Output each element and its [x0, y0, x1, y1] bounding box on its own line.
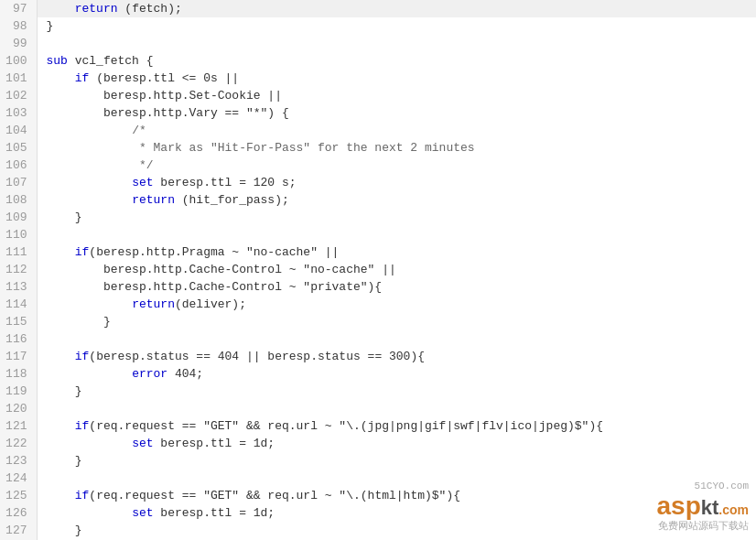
line-code [37, 226, 756, 243]
line-number: 106 [0, 157, 37, 174]
line-code: } [37, 209, 756, 226]
line-code: if(req.request == "GET" && req.url ~ "\.… [37, 487, 756, 504]
line-number: 120 [0, 400, 37, 417]
line-code: beresp.http.Cache-Control ~ "no-cache" |… [37, 261, 756, 278]
line-code [37, 470, 756, 487]
line-number: 97 [0, 0, 37, 17]
table-row: 98} [0, 17, 756, 35]
table-row: 114 return(deliver); [0, 296, 756, 313]
line-number: 119 [0, 383, 37, 400]
line-number: 112 [0, 261, 37, 278]
table-row: 101 if (beresp.ttl <= 0s || [0, 70, 756, 87]
table-row: 108 return (hit_for_pass); [0, 191, 756, 209]
line-number: 113 [0, 278, 37, 296]
line-code: if(beresp.status == 404 || beresp.status… [37, 348, 756, 365]
table-row: 109 } [0, 209, 756, 226]
line-code: sub vcl_fetch { [37, 52, 756, 70]
line-code: beresp.http.Set-Cookie || [37, 87, 756, 104]
line-number: 101 [0, 70, 37, 87]
table-row: 107 set beresp.ttl = 120 s; [0, 174, 756, 191]
line-number: 109 [0, 209, 37, 226]
line-code: if(beresp.http.Pragma ~ "no-cache" || [37, 243, 756, 261]
line-number: 111 [0, 243, 37, 261]
line-number: 114 [0, 296, 37, 313]
watermark-kt: kt [701, 496, 719, 519]
table-row: 104 /* [0, 122, 756, 139]
line-code: if (beresp.ttl <= 0s || [37, 70, 756, 87]
line-number: 99 [0, 35, 37, 52]
line-number: 116 [0, 330, 37, 348]
line-code: set beresp.ttl = 1d; [37, 504, 756, 522]
line-number: 105 [0, 139, 37, 157]
line-code: /* [37, 122, 756, 139]
line-code [37, 330, 756, 348]
line-number: 115 [0, 313, 37, 330]
line-number: 122 [0, 435, 37, 452]
table-row: 110 [0, 226, 756, 243]
table-row: 111 if(beresp.http.Pragma ~ "no-cache" |… [0, 243, 756, 261]
line-code: } [37, 383, 756, 400]
table-row: 106 */ [0, 157, 756, 174]
watermark: 51CYO.com aspkt.com 免费网站源码下载站 [657, 481, 750, 533]
line-code: */ [37, 157, 756, 174]
line-code: return (fetch); [37, 0, 756, 17]
table-row: 125 if(req.request == "GET" && req.url ~… [0, 487, 756, 504]
line-code: } [37, 522, 756, 539]
watermark-sub-text: 免费网站源码下载站 [658, 519, 749, 533]
line-code: } [37, 313, 756, 330]
line-code: set beresp.ttl = 120 s; [37, 174, 756, 191]
watermark-top-text: 51CYO.com [695, 481, 749, 491]
table-row: 99 [0, 35, 756, 52]
line-number: 108 [0, 191, 37, 209]
table-row: 121 if(req.request == "GET" && req.url ~… [0, 417, 756, 435]
line-code [37, 35, 756, 52]
line-number: 98 [0, 17, 37, 35]
line-code: } [37, 17, 756, 35]
table-row: 124 [0, 470, 756, 487]
line-number: 121 [0, 417, 37, 435]
table-row: 126 set beresp.ttl = 1d; [0, 504, 756, 522]
table-row: 115 } [0, 313, 756, 330]
table-row: 119 } [0, 383, 756, 400]
code-container: 97 return (fetch);98}99100sub vcl_fetch … [0, 0, 756, 540]
watermark-asp: asp [657, 491, 701, 520]
line-code: return(deliver); [37, 296, 756, 313]
table-row: 116 [0, 330, 756, 348]
line-code: * Mark as "Hit-For-Pass" for the next 2 … [37, 139, 756, 157]
table-row: 127 } [0, 522, 756, 539]
table-row: 105 * Mark as "Hit-For-Pass" for the nex… [0, 139, 756, 157]
line-number: 102 [0, 87, 37, 104]
line-number: 125 [0, 487, 37, 504]
line-number: 117 [0, 348, 37, 365]
line-code: beresp.http.Cache-Control ~ "private"){ [37, 278, 756, 296]
line-number: 100 [0, 52, 37, 70]
line-code: } [37, 452, 756, 470]
table-row: 102 beresp.http.Set-Cookie || [0, 87, 756, 104]
line-number: 104 [0, 122, 37, 139]
table-row: 120 [0, 400, 756, 417]
code-table: 97 return (fetch);98}99100sub vcl_fetch … [0, 0, 756, 540]
line-number: 126 [0, 504, 37, 522]
line-code [37, 400, 756, 417]
table-row: 117 if(beresp.status == 404 || beresp.st… [0, 348, 756, 365]
table-row: 112 beresp.http.Cache-Control ~ "no-cach… [0, 261, 756, 278]
line-number: 110 [0, 226, 37, 243]
line-code: return (hit_for_pass); [37, 191, 756, 209]
line-code: beresp.http.Vary == "*") { [37, 104, 756, 122]
watermark-com: .com [718, 502, 749, 517]
table-row: 97 return (fetch); [0, 0, 756, 17]
line-code: error 404; [37, 365, 756, 383]
table-row: 113 beresp.http.Cache-Control ~ "private… [0, 278, 756, 296]
table-row: 103 beresp.http.Vary == "*") { [0, 104, 756, 122]
line-number: 103 [0, 104, 37, 122]
line-code: set beresp.ttl = 1d; [37, 435, 756, 452]
table-row: 118 error 404; [0, 365, 756, 383]
line-code: if(req.request == "GET" && req.url ~ "\.… [37, 417, 756, 435]
line-number: 118 [0, 365, 37, 383]
line-number: 124 [0, 470, 37, 487]
table-row: 123 } [0, 452, 756, 470]
line-number: 123 [0, 452, 37, 470]
watermark-brand: aspkt.com [657, 493, 750, 519]
line-number: 107 [0, 174, 37, 191]
table-row: 100sub vcl_fetch { [0, 52, 756, 70]
